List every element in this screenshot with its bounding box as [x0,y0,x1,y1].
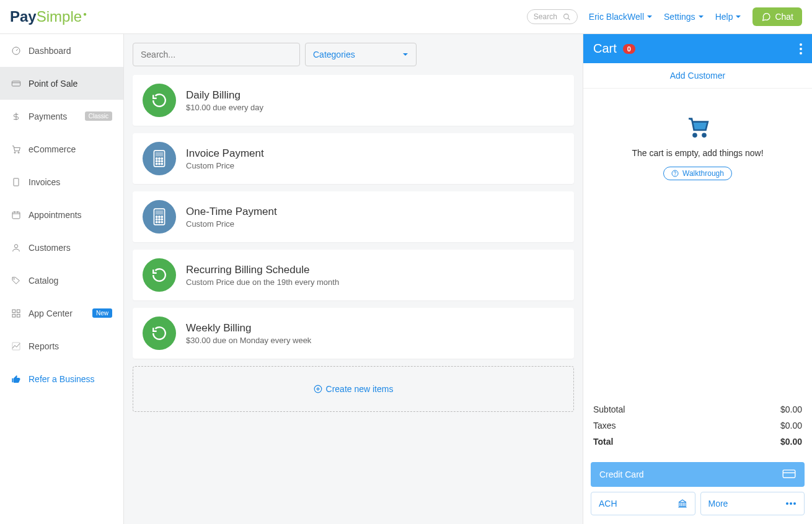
search-icon [563,13,571,21]
caret-down-icon [647,14,653,20]
card-icon [782,469,796,479]
svg-point-26 [159,160,160,162]
svg-rect-21 [156,152,163,155]
svg-rect-17 [12,314,15,317]
svg-point-47 [800,52,802,55]
caret-down-icon [698,14,704,20]
cart-totals: Subtotal $0.00 Taxes $0.00 Total $0.00 [583,394,812,457]
caret-down-icon [402,51,408,58]
sidebar-item-pos[interactable]: Point of Sale [0,67,123,100]
product-subtitle: $10.00 due every day [186,103,263,112]
svg-point-34 [159,216,160,217]
sidebar-item-ecommerce[interactable]: eCommerce [0,133,123,165]
credit-card-button[interactable]: Credit Card [591,462,805,487]
svg-point-6 [14,152,15,153]
svg-point-38 [161,219,162,220]
cart-empty-icon [684,115,712,139]
svg-point-51 [675,175,676,175]
svg-rect-32 [156,211,163,214]
product-search-input[interactable] [133,43,300,66]
product-title: Daily Billing [186,89,263,102]
sidebar-item-appointments[interactable]: Appointments [0,198,123,231]
svg-point-14 [14,278,14,279]
svg-point-37 [159,219,160,220]
logo[interactable]: PaySimple● [10,8,87,25]
tag-icon [11,276,21,286]
product-card[interactable]: Daily Billing$10.00 due every day [133,75,574,126]
svg-point-39 [156,222,157,223]
categories-dropdown[interactable]: Categories [305,43,417,66]
cart-empty-text: The cart is empty, add things now! [632,148,763,158]
sidebar-item-customers[interactable]: Customers [0,231,123,264]
sidebar-item-catalog[interactable]: Catalog [0,264,123,297]
classic-badge: Classic [85,111,112,121]
svg-point-13 [14,244,17,247]
svg-point-25 [156,160,157,162]
svg-point-27 [161,160,162,162]
calculator-icon [143,142,176,175]
svg-point-40 [159,222,160,223]
svg-rect-9 [12,212,20,219]
product-subtitle: Custom Price [186,219,277,229]
svg-point-46 [800,48,802,50]
product-card[interactable]: One-Time PaymentCustom Price [133,191,574,242]
chat-button[interactable]: Chat [752,7,802,26]
svg-point-7 [18,152,19,153]
cart-icon [11,144,21,154]
product-card[interactable]: Recurring Billing ScheduleCustom Price d… [133,250,574,300]
product-title: Weekly Billing [186,322,311,334]
refresh-icon [143,317,176,350]
svg-point-30 [161,164,162,165]
svg-rect-18 [17,314,20,317]
product-card[interactable]: Weekly Billing$30.00 due on Monday every… [133,308,574,359]
svg-rect-16 [17,310,20,313]
product-title: Recurring Billing Schedule [186,264,339,276]
top-header: PaySimple● Search Eric BlackWell Setting… [0,0,812,34]
sidebar-item-refer[interactable]: Refer a Business [0,362,123,395]
sidebar-item-payments[interactable]: Payments Classic [0,100,123,133]
sidebar-item-appcenter[interactable]: App Center New [0,297,123,330]
product-subtitle: Custom Price due on the 19th every month [186,277,339,287]
walkthrough-button[interactable]: Walkthrough [663,167,732,180]
svg-rect-8 [14,178,19,186]
svg-rect-4 [12,81,20,86]
chart-icon [11,341,21,351]
user-menu[interactable]: Eric BlackWell [589,12,653,22]
cart-panel: Cart 0 Add Customer The cart is empty, a… [583,34,812,524]
thumbs-up-icon [11,374,21,384]
global-search[interactable]: Search [527,9,578,24]
sidebar-item-invoices[interactable]: Invoices [0,165,123,198]
card-icon [11,79,21,89]
sidebar: Dashboard Point of Sale Payments Classic… [0,34,124,524]
product-card[interactable]: Invoice PaymentCustom Price [133,133,574,184]
calculator-icon [143,200,176,234]
new-badge: New [92,308,112,318]
svg-point-0 [563,14,568,19]
sidebar-item-dashboard[interactable]: Dashboard [0,34,123,67]
add-customer-link[interactable]: Add Customer [583,63,812,89]
refresh-icon [143,84,176,117]
document-icon [11,177,21,187]
cart-menu-icon[interactable] [800,43,802,55]
calendar-icon [11,210,21,220]
svg-point-61 [793,502,796,505]
cart-title: Cart [593,41,617,56]
cart-count-badge: 0 [623,44,635,54]
settings-menu[interactable]: Settings [664,12,704,22]
svg-point-41 [161,222,162,223]
search-placeholder: Search [534,12,557,21]
subtotal-value: $0.00 [780,404,802,414]
bank-icon [677,499,687,509]
grid-icon [11,308,21,318]
refresh-icon [143,258,176,292]
help-menu[interactable]: Help [715,12,742,22]
svg-point-59 [786,502,788,505]
svg-point-35 [161,216,162,217]
svg-point-33 [156,216,157,217]
svg-point-29 [159,164,160,165]
sidebar-item-reports[interactable]: Reports [0,330,123,362]
more-button[interactable]: More [700,492,805,515]
create-new-items[interactable]: Create new items [133,366,574,412]
svg-point-23 [159,158,160,159]
ach-button[interactable]: ACH [591,492,695,515]
